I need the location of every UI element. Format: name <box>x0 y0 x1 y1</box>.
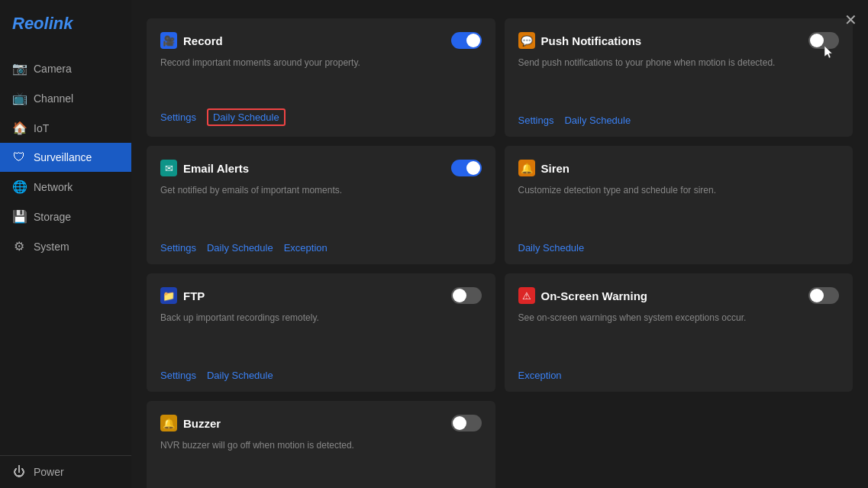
card-header-on-screen-warning: ⚠ On-Screen Warning <box>518 287 840 304</box>
sidebar-item-camera[interactable]: 📷 Camera <box>0 53 131 83</box>
card-footer-record: Settings Daily Schedule <box>160 108 482 126</box>
sidebar-item-storage[interactable]: 💾 Storage <box>0 202 131 231</box>
card-header-ftp: 📁 FTP <box>160 287 482 304</box>
toggle-record[interactable] <box>451 32 482 49</box>
card-title-row: 💬 Push Notifications <box>518 32 642 49</box>
card-icon-siren: 🔔 <box>518 160 535 176</box>
toggle-on-screen-warning[interactable] <box>808 287 839 304</box>
link-email-alerts-exception[interactable]: Exception <box>284 242 328 254</box>
camera-icon: 📷 <box>12 61 26 76</box>
sidebar-item-surveillance[interactable]: 🛡 Surveillance <box>0 143 131 172</box>
link-ftp-daily-schedule[interactable]: Daily Schedule <box>207 370 273 381</box>
sidebar-item-label: Camera <box>34 63 72 75</box>
power-label: Power <box>34 466 64 478</box>
sidebar-item-label: Channel <box>34 92 73 105</box>
card-footer-on-screen-warning: Exception <box>518 370 840 381</box>
sidebar: Reolink 📷 Camera 📺 Channel 🏠 IoT 🛡 Surve… <box>0 0 131 488</box>
link-push-notifications-daily-schedule[interactable]: Daily Schedule <box>564 115 631 126</box>
card-record: 🎥 Record Record important moments around… <box>147 18 495 137</box>
sidebar-item-label: Surveillance <box>34 151 92 163</box>
card-footer-push-notifications: Settings Daily Schedule <box>518 115 840 126</box>
card-title-row: ⚠ On-Screen Warning <box>518 287 647 304</box>
card-title-ftp: FTP <box>183 289 205 302</box>
card-email-alerts: ✉ Email Alerts Get notified by emails of… <box>147 146 495 264</box>
card-desc-email-alerts: Get notified by emails of important mome… <box>160 184 482 197</box>
link-email-alerts-settings[interactable]: Settings <box>160 242 196 254</box>
card-siren: 🔔 Siren Customize detection type and sch… <box>505 146 853 264</box>
card-icon-on-screen-warning: ⚠ <box>518 287 535 304</box>
card-footer-siren: Daily Schedule <box>518 242 840 254</box>
close-button[interactable]: ✕ <box>844 11 857 29</box>
sidebar-item-label: Network <box>34 181 73 193</box>
card-title-siren: Siren <box>541 162 570 175</box>
iot-icon: 🏠 <box>12 121 26 135</box>
card-desc-siren: Customize detection type and schedule fo… <box>518 184 840 197</box>
toggle-email-alerts[interactable] <box>451 160 482 176</box>
link-on-screen-warning-exception[interactable]: Exception <box>518 370 562 381</box>
card-title-row: 📁 FTP <box>160 287 205 304</box>
system-icon: ⚙ <box>12 239 26 254</box>
card-header-push-notifications: 💬 Push Notifications <box>518 32 840 49</box>
card-desc-ftp: Back up important recordings remotely. <box>160 312 482 325</box>
card-push-notifications: 💬 Push Notifications Send push notificat… <box>505 18 853 137</box>
link-push-notifications-settings[interactable]: Settings <box>518 115 554 126</box>
card-title-row: 🎥 Record <box>160 32 223 49</box>
link-record-daily-schedule[interactable]: Daily Schedule <box>207 108 286 126</box>
card-desc-push-notifications: Send push notifications to your phone wh… <box>518 57 840 69</box>
brand-name: Reolink <box>12 14 73 33</box>
card-icon-buzzer: 🔔 <box>160 415 177 431</box>
link-email-alerts-daily-schedule[interactable]: Daily Schedule <box>207 242 273 254</box>
toggle-buzzer[interactable] <box>451 415 482 431</box>
surveillance-icon: 🛡 <box>12 150 26 164</box>
power-icon: ⏻ <box>12 465 26 479</box>
sidebar-item-label: System <box>34 241 69 253</box>
sidebar-item-system[interactable]: ⚙ System <box>0 231 131 261</box>
main-content: ✕ 🎥 Record Record important moments arou… <box>131 0 868 488</box>
sidebar-item-label: IoT <box>34 122 49 134</box>
card-title-buzzer: Buzzer <box>183 417 221 430</box>
card-title-record: Record <box>183 34 223 47</box>
sidebar-item-network[interactable]: 🌐 Network <box>0 172 131 202</box>
card-desc-buzzer: NVR buzzer will go off when motion is de… <box>160 439 482 452</box>
card-header-siren: 🔔 Siren <box>518 160 840 176</box>
link-record-settings[interactable]: Settings <box>160 111 196 123</box>
card-title-on-screen-warning: On-Screen Warning <box>541 289 647 302</box>
card-desc-record: Record important moments around your pro… <box>160 57 482 69</box>
sidebar-item-channel[interactable]: 📺 Channel <box>0 83 131 113</box>
logo: Reolink <box>0 0 131 47</box>
card-header-email-alerts: ✉ Email Alerts <box>160 160 482 176</box>
storage-icon: 💾 <box>12 209 26 224</box>
power-button[interactable]: ⏻ Power <box>0 455 131 488</box>
card-footer-ftp: Settings Daily Schedule <box>160 370 482 381</box>
card-icon-push-notifications: 💬 <box>518 32 535 49</box>
card-title-email-alerts: Email Alerts <box>183 162 249 175</box>
card-footer-email-alerts: Settings Daily Schedule Exception <box>160 242 482 254</box>
sidebar-item-label: Storage <box>34 211 71 223</box>
card-header-buzzer: 🔔 Buzzer <box>160 415 482 431</box>
card-title-row: ✉ Email Alerts <box>160 160 249 176</box>
card-ftp: 📁 FTP Back up important recordings remot… <box>147 273 495 392</box>
card-on-screen-warning: ⚠ On-Screen Warning See on-screen warnin… <box>505 273 853 392</box>
toggle-push-notifications[interactable] <box>808 32 839 49</box>
card-title-push-notifications: Push Notifications <box>541 34 642 47</box>
network-icon: 🌐 <box>12 179 26 194</box>
link-siren-daily-schedule[interactable]: Daily Schedule <box>518 242 585 254</box>
card-desc-on-screen-warning: See on-screen warnings when system excep… <box>518 312 840 325</box>
card-header-record: 🎥 Record <box>160 32 482 49</box>
card-title-row: 🔔 Buzzer <box>160 415 221 431</box>
card-buzzer: 🔔 Buzzer NVR buzzer will go off when mot… <box>147 401 495 488</box>
sidebar-item-iot[interactable]: 🏠 IoT <box>0 113 131 143</box>
cards-grid: 🎥 Record Record important moments around… <box>147 18 853 488</box>
card-icon-email-alerts: ✉ <box>160 160 177 176</box>
toggle-ftp[interactable] <box>451 287 482 304</box>
link-ftp-settings[interactable]: Settings <box>160 370 196 381</box>
channel-icon: 📺 <box>12 91 26 105</box>
card-title-row: 🔔 Siren <box>518 160 570 176</box>
card-icon-ftp: 📁 <box>160 287 177 304</box>
card-icon-record: 🎥 <box>160 32 177 49</box>
